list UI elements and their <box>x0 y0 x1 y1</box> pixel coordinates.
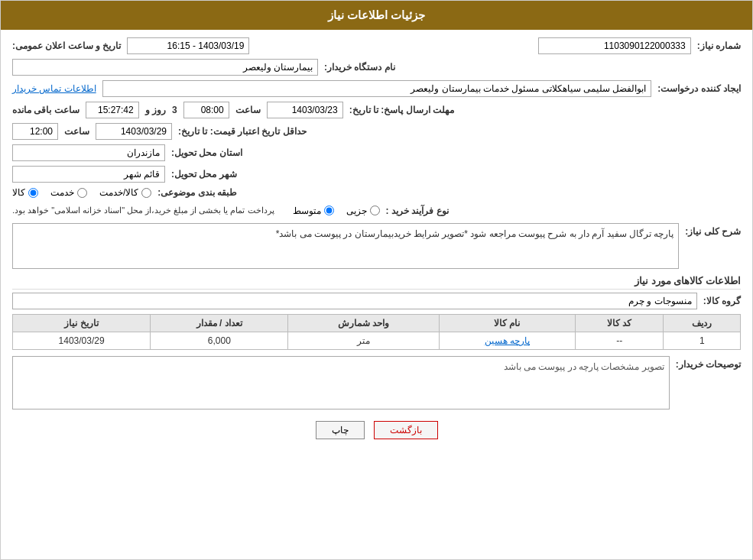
col-date: تاریخ نیاز <box>13 315 151 332</box>
buyer-notes-label: توصیحات خریدار: <box>676 359 741 370</box>
process-type-label: نوع فرآیند خرید : <box>386 206 449 216</box>
goods-group-label: گروه کالا: <box>703 296 741 306</box>
response-deadline-time: 08:00 <box>183 102 229 118</box>
goods-group-value: منسوجات و چرم <box>12 293 697 309</box>
radio-khadamat[interactable]: خدمت <box>50 187 87 198</box>
goods-table: ردیف کد کالا نام کالا واحد شمارش تعداد /… <box>12 314 741 350</box>
page-header: جزئیات اطلاعات نیاز <box>1 1 752 30</box>
row-classification: طبقه بندی موضوعی: کالا/خدمت خدمت کالا <box>12 187 741 198</box>
response-deadline-date: 1403/03/23 <box>267 102 343 118</box>
table-cell-code: -- <box>576 332 664 350</box>
row-creator: ایجاد کننده درخواست: ابوالفضل سلیمی سیاه… <box>12 80 741 97</box>
row-response-deadline: مهلت ارسال پاسخ: تا تاریخ: 1403/03/23 سا… <box>12 102 741 118</box>
row-city: شهر محل تحویل: قائم شهر <box>12 166 741 183</box>
col-row: ردیف <box>664 315 741 332</box>
goods-table-header-row: ردیف کد کالا نام کالا واحد شمارش تعداد /… <box>13 315 741 332</box>
buyer-name-value: بیمارستان ولیعصر <box>12 59 318 76</box>
process-note: پرداخت تمام یا بخشی از مبلغ خرید،از محل … <box>12 206 274 215</box>
price-validity-time: 12:00 <box>12 123 58 140</box>
radio-kala-input[interactable] <box>28 188 38 198</box>
public-announce-label: تاریخ و ساعت اعلان عمومی: <box>12 40 121 51</box>
radio-jozei-label: جزیی <box>346 206 367 216</box>
need-number-value: 1103090122000333 <box>538 37 691 54</box>
back-button[interactable]: بازگشت <box>374 421 438 439</box>
goods-table-header: ردیف کد کالا نام کالا واحد شمارش تعداد /… <box>13 315 741 332</box>
remaining-timer: 15:27:42 <box>86 102 139 118</box>
table-cell-quantity: 6,000 <box>151 332 288 350</box>
price-validity-label: حداقل تاریخ اعتبار قیمت: تا تاریخ: <box>178 126 307 137</box>
city-value: قائم شهر <box>12 166 165 183</box>
page-wrapper: جزئیات اطلاعات نیاز شماره نیاز: 11030901… <box>0 0 753 560</box>
goods-section-title: اطلاعات کالاهای مورد نیاز <box>12 275 741 290</box>
row-price-validity: حداقل تاریخ اعتبار قیمت: تا تاریخ: 1403/… <box>12 123 741 140</box>
radio-kala-khadamat-label: کالا/خدمت <box>99 187 138 198</box>
table-cell-name: پارچه هسین <box>439 332 576 350</box>
row-province: استان محل تحویل: مازندران <box>12 144 741 161</box>
col-code: کد کالا <box>576 315 664 332</box>
radio-motawaset-input[interactable] <box>324 206 334 215</box>
table-cell-unit: متر <box>288 332 439 350</box>
goods-table-body: 1--پارچه هسینمتر6,0001403/03/29 <box>13 332 741 350</box>
price-validity-date: 1403/03/29 <box>96 123 172 140</box>
days-label: 3 <box>172 105 177 115</box>
row-description: شرح کلی نیاز: پارچه ترگال سفید آرم دار ب… <box>12 223 741 269</box>
col-quantity: تعداد / مقدار <box>151 315 288 332</box>
remaining-suffix: ساعت باقی مانده <box>12 105 80 115</box>
classification-label: طبقه بندی موضوعی: <box>157 187 237 198</box>
radio-motawaset[interactable]: متوسط <box>293 206 334 216</box>
public-announce-value: 1403/03/19 - 16:15 <box>127 37 249 54</box>
need-number-label: شماره نیاز: <box>697 40 741 51</box>
price-time-label: ساعت <box>64 126 89 137</box>
main-content: شماره نیاز: 1103090122000333 1403/03/19 … <box>1 30 752 455</box>
province-label: استان محل تحویل: <box>171 147 242 158</box>
days-remaining-label: روز و <box>145 105 166 115</box>
radio-khadamat-label: خدمت <box>50 187 74 198</box>
radio-motawaset-label: متوسط <box>293 206 321 216</box>
creator-value: ابوالفضل سلیمی سیاهکلاتی مسئول خدمات بیم… <box>102 80 652 97</box>
radio-kala[interactable]: کالا <box>12 187 38 198</box>
row-need-number: شماره نیاز: 1103090122000333 1403/03/19 … <box>12 37 741 54</box>
radio-kala-label: کالا <box>12 187 25 198</box>
radio-kala-khadamat[interactable]: کالا/خدمت <box>99 187 151 198</box>
col-unit: واحد شمارش <box>288 315 439 332</box>
response-time-label: ساعت <box>235 105 261 115</box>
row-goods-group: گروه کالا: منسوجات و چرم <box>12 293 741 309</box>
radio-khadamat-input[interactable] <box>77 188 87 198</box>
response-deadline-label: مهلت ارسال پاسخ: تا تاریخ: <box>349 105 454 115</box>
row-buyer-name: نام دستگاه خریدار: بیمارستان ولیعصر <box>12 59 741 76</box>
table-cell-row: 1 <box>664 332 741 350</box>
contact-link[interactable]: اطلاعات تماس خریدار <box>12 83 96 94</box>
province-value: مازندران <box>12 144 165 161</box>
radio-jozei-input[interactable] <box>370 206 380 215</box>
description-label: شرح کلی نیاز: <box>685 226 741 237</box>
description-value: پارچه ترگال سفید آرم دار به شرح پیوست مر… <box>12 223 679 269</box>
city-label: شهر محل تحویل: <box>171 169 237 180</box>
table-cell-date: 1403/03/29 <box>13 332 151 350</box>
radio-jozei[interactable]: جزیی <box>346 206 380 216</box>
col-name: نام کالا <box>439 315 576 332</box>
buyer-name-label: نام دستگاه خریدار: <box>324 62 395 73</box>
page-title: جزئیات اطلاعات نیاز <box>328 8 425 21</box>
creator-label: ایجاد کننده درخواست: <box>657 83 741 94</box>
bottom-buttons: بازگشت چاپ <box>12 421 741 439</box>
row-process-type: نوع فرآیند خرید : جزیی متوسط پرداخت تمام… <box>12 202 741 218</box>
table-row: 1--پارچه هسینمتر6,0001403/03/29 <box>13 332 741 350</box>
row-buyer-notes: توصیحات خریدار: تصویر مشخصات پارچه در پی… <box>12 356 741 409</box>
print-button[interactable]: چاپ <box>316 421 365 439</box>
radio-kala-khadamat-input[interactable] <box>141 188 151 198</box>
process-type-radio-group: جزیی متوسط <box>293 206 380 216</box>
classification-radio-group: کالا/خدمت خدمت کالا <box>12 187 151 198</box>
buyer-notes-value: تصویر مشخصات پارچه در پیوست می باشد <box>12 356 670 409</box>
